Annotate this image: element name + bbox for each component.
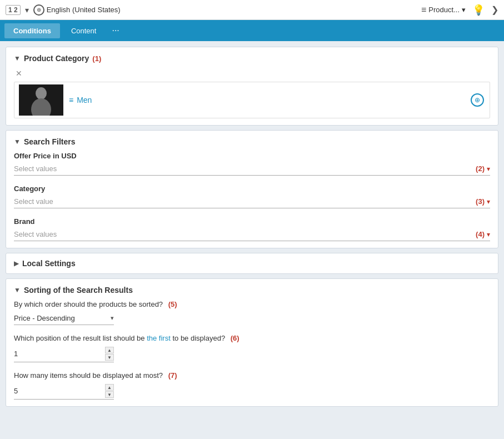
app-logo: 1 2 xyxy=(6,5,21,15)
globe-icon: ⊕ xyxy=(33,4,44,16)
first-position-badge: (6) xyxy=(231,334,239,342)
local-settings-header: ▶ Local Settings xyxy=(14,259,490,268)
product-category-header: ▼ Product Category (1) xyxy=(14,54,490,63)
max-items-value: 5 xyxy=(14,387,105,395)
category-item: ≡ Men ⊕ xyxy=(14,82,490,118)
category-name: Men xyxy=(77,96,92,104)
list-icon: ≡ xyxy=(421,5,426,15)
thumbnail-image xyxy=(19,84,63,116)
first-position-question-end: to be displayed? xyxy=(171,334,225,342)
first-position-stepper[interactable]: ▲ ▼ xyxy=(105,347,114,361)
topbar: 1 2 ▾ ⊕ English (United States) ≡ Produc… xyxy=(0,0,504,20)
category-label: ≡ Men xyxy=(69,96,485,104)
language-selector[interactable]: ⊕ English (United States) xyxy=(33,4,121,16)
language-label: English (United States) xyxy=(47,6,121,14)
sorting-section: ▼ Sorting of the Search Results By which… xyxy=(6,278,498,407)
sorting-title: Sorting of the Search Results xyxy=(24,286,133,295)
brand-chevron-icon: ▾ xyxy=(487,231,490,238)
local-settings-title: Local Settings xyxy=(22,259,76,268)
max-items-question: How many items should be displayed at mo… xyxy=(14,371,490,380)
category-filter: Category Select value (3) ▾ xyxy=(14,184,490,208)
brand-select[interactable]: Select values (4) ▾ xyxy=(14,228,490,241)
product-chevron-icon: ▾ xyxy=(462,6,466,14)
max-items-decrement[interactable]: ▼ xyxy=(105,391,114,398)
svg-point-1 xyxy=(36,87,47,99)
category-chevron-icon: ▾ xyxy=(487,198,490,206)
sorting-header: ▼ Sorting of the Search Results xyxy=(14,286,490,295)
sort-order-question: By which order should the products be so… xyxy=(14,300,490,308)
product-category-title: Product Category xyxy=(24,54,89,63)
back-icon[interactable]: ❯ xyxy=(491,4,498,15)
local-settings-toggle[interactable]: ▶ xyxy=(14,260,19,267)
category-thumbnail xyxy=(19,84,63,116)
first-position-question-highlight: the first xyxy=(147,334,171,342)
offer-price-label: Offer Price in USD xyxy=(14,152,490,160)
first-position-field: Which position of the result list should… xyxy=(14,334,490,362)
search-filters-toggle[interactable]: ▼ xyxy=(14,138,21,146)
sort-order-chevron-icon: ▾ xyxy=(111,315,114,322)
product-label: Product... xyxy=(428,6,460,14)
product-selector[interactable]: ≡ Product... ▾ xyxy=(421,5,466,15)
topbar-right: ≡ Product... ▾ 💡 ❯ xyxy=(421,4,498,16)
bulb-icon[interactable]: 💡 xyxy=(472,4,485,16)
category-lines-icon: ≡ xyxy=(69,96,73,104)
nav-more-dots[interactable]: ··· xyxy=(107,23,123,38)
brand-placeholder: Select values xyxy=(14,230,471,238)
tab-conditions[interactable]: Conditions xyxy=(4,23,60,38)
max-items-field: How many items should be displayed at mo… xyxy=(14,371,490,400)
offer-price-badge: (2) xyxy=(476,164,485,173)
product-category-badge: (1) xyxy=(92,54,101,63)
sorting-toggle[interactable]: ▼ xyxy=(14,286,21,294)
offer-price-placeholder: Select values xyxy=(14,164,471,173)
category-placeholder: Select value xyxy=(14,197,471,206)
brand-filter: Brand Select values (4) ▾ xyxy=(14,217,490,241)
sort-order-field: By which order should the products be so… xyxy=(14,300,490,325)
offer-price-chevron-icon: ▾ xyxy=(487,165,490,173)
tab-content[interactable]: Content xyxy=(62,23,106,38)
sort-order-select[interactable]: Price - Descending ▾ xyxy=(14,312,114,325)
category-filter-label: Category xyxy=(14,184,490,193)
product-category-toggle[interactable]: ▼ xyxy=(14,54,21,62)
search-filters-section: ▼ Search Filters Offer Price in USD Sele… xyxy=(6,130,498,248)
max-items-question-text: How many items should be displayed at mo… xyxy=(14,371,163,380)
offer-price-filter: Offer Price in USD Select values (2) ▾ xyxy=(14,152,490,176)
first-position-question-start: Which position of the result list should… xyxy=(14,334,147,342)
product-category-section: ▼ Product Category (1) ✕ ≡ Men ⊕ xyxy=(6,47,498,126)
category-globe-icon[interactable]: ⊕ xyxy=(471,93,484,107)
category-select[interactable]: Select value (3) ▾ xyxy=(14,195,490,208)
sort-order-badge: (5) xyxy=(168,300,177,308)
first-position-value: 1 xyxy=(14,350,105,358)
sort-order-question-text: By which order should the products be so… xyxy=(14,300,163,308)
max-items-increment[interactable]: ▲ xyxy=(105,384,114,391)
max-items-input[interactable]: 5 ▲ ▼ xyxy=(14,383,114,400)
search-filters-header: ▼ Search Filters xyxy=(14,137,490,146)
main-content: ▼ Product Category (1) ✕ ≡ Men ⊕ xyxy=(0,41,504,412)
brand-label: Brand xyxy=(14,217,490,226)
first-position-question: Which position of the result list should… xyxy=(14,334,490,342)
brand-badge: (4) xyxy=(476,230,485,238)
category-badge: (3) xyxy=(476,197,485,206)
nav-tabs: Conditions Content ··· xyxy=(0,20,504,41)
offer-price-select[interactable]: Select values (2) ▾ xyxy=(14,162,490,176)
topbar-chevron-icon[interactable]: ▾ xyxy=(25,6,29,14)
max-items-stepper[interactable]: ▲ ▼ xyxy=(105,384,114,398)
local-settings-section: ▶ Local Settings xyxy=(6,253,498,274)
sort-order-value: Price - Descending xyxy=(14,314,111,322)
search-filters-title: Search Filters xyxy=(24,137,76,146)
first-position-increment[interactable]: ▲ xyxy=(105,347,114,353)
max-items-badge: (7) xyxy=(168,371,177,380)
close-button[interactable]: ✕ xyxy=(14,68,24,78)
first-position-input[interactable]: 1 ▲ ▼ xyxy=(14,346,114,362)
first-position-decrement[interactable]: ▼ xyxy=(105,354,114,361)
